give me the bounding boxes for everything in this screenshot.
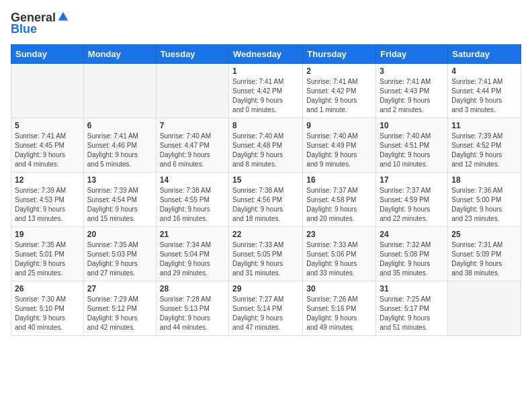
day-number: 13 xyxy=(87,175,152,185)
calendar-cell: 12Sunrise: 7:39 AM Sunset: 4:53 PM Dayli… xyxy=(11,173,84,227)
day-number: 24 xyxy=(380,230,444,239)
day-number: 14 xyxy=(160,175,225,185)
day-info: Sunrise: 7:41 AM Sunset: 4:44 PM Dayligh… xyxy=(451,77,517,115)
day-info: Sunrise: 7:33 AM Sunset: 5:05 PM Dayligh… xyxy=(232,240,299,278)
calendar-table: SundayMondayTuesdayWednesdayThursdayFrid… xyxy=(11,44,521,336)
weekday-header-wednesday: Wednesday xyxy=(229,45,303,64)
day-info: Sunrise: 7:40 AM Sunset: 4:51 PM Dayligh… xyxy=(380,132,444,169)
calendar-cell: 3Sunrise: 7:41 AM Sunset: 4:43 PM Daylig… xyxy=(376,64,448,118)
day-info: Sunrise: 7:34 AM Sunset: 5:04 PM Dayligh… xyxy=(160,240,225,278)
day-info: Sunrise: 7:39 AM Sunset: 4:53 PM Dayligh… xyxy=(15,186,80,224)
day-number: 17 xyxy=(380,175,444,185)
day-info: Sunrise: 7:38 AM Sunset: 4:56 PM Dayligh… xyxy=(232,186,299,224)
svg-marker-0 xyxy=(58,11,68,20)
logo: General Blue xyxy=(11,11,69,36)
day-info: Sunrise: 7:41 AM Sunset: 4:45 PM Dayligh… xyxy=(15,132,80,169)
day-info: Sunrise: 7:41 AM Sunset: 4:42 PM Dayligh… xyxy=(232,77,299,115)
weekday-header-row: SundayMondayTuesdayWednesdayThursdayFrid… xyxy=(11,45,521,64)
calendar-cell: 7Sunrise: 7:40 AM Sunset: 4:47 PM Daylig… xyxy=(156,118,228,173)
calendar-cell: 14Sunrise: 7:38 AM Sunset: 4:55 PM Dayli… xyxy=(156,173,228,227)
day-number: 31 xyxy=(380,284,444,293)
logo-blue: Blue xyxy=(11,22,37,36)
calendar-cell: 11Sunrise: 7:39 AM Sunset: 4:52 PM Dayli… xyxy=(448,118,521,173)
day-number: 22 xyxy=(232,230,299,239)
calendar-cell: 18Sunrise: 7:36 AM Sunset: 5:00 PM Dayli… xyxy=(448,173,521,227)
day-number: 9 xyxy=(306,121,372,130)
weekday-header-sunday: Sunday xyxy=(11,45,84,64)
day-info: Sunrise: 7:40 AM Sunset: 4:49 PM Dayligh… xyxy=(306,132,372,169)
day-info: Sunrise: 7:27 AM Sunset: 5:14 PM Dayligh… xyxy=(232,295,299,332)
day-number: 16 xyxy=(306,175,372,185)
calendar-cell: 10Sunrise: 7:40 AM Sunset: 4:51 PM Dayli… xyxy=(376,118,448,173)
day-info: Sunrise: 7:25 AM Sunset: 5:17 PM Dayligh… xyxy=(380,295,444,332)
calendar-cell: 20Sunrise: 7:35 AM Sunset: 5:03 PM Dayli… xyxy=(83,227,156,281)
day-info: Sunrise: 7:33 AM Sunset: 5:06 PM Dayligh… xyxy=(306,240,372,278)
calendar-cell: 21Sunrise: 7:34 AM Sunset: 5:04 PM Dayli… xyxy=(156,227,228,281)
weekday-header-tuesday: Tuesday xyxy=(156,45,228,64)
calendar-week-5: 26Sunrise: 7:30 AM Sunset: 5:10 PM Dayli… xyxy=(11,281,521,336)
day-info: Sunrise: 7:31 AM Sunset: 5:09 PM Dayligh… xyxy=(451,240,517,278)
day-number: 20 xyxy=(87,230,152,239)
day-number: 23 xyxy=(306,230,372,239)
day-number: 18 xyxy=(451,175,517,185)
calendar-week-3: 12Sunrise: 7:39 AM Sunset: 4:53 PM Dayli… xyxy=(11,173,521,227)
calendar-cell: 15Sunrise: 7:38 AM Sunset: 4:56 PM Dayli… xyxy=(229,173,303,227)
calendar-cell: 1Sunrise: 7:41 AM Sunset: 4:42 PM Daylig… xyxy=(229,64,303,118)
weekday-header-monday: Monday xyxy=(83,45,156,64)
day-number: 27 xyxy=(87,284,152,293)
day-number: 29 xyxy=(232,284,299,293)
calendar-cell: 19Sunrise: 7:35 AM Sunset: 5:01 PM Dayli… xyxy=(11,227,84,281)
calendar-cell: 23Sunrise: 7:33 AM Sunset: 5:06 PM Dayli… xyxy=(303,227,376,281)
day-number: 25 xyxy=(451,230,517,239)
calendar-cell: 27Sunrise: 7:29 AM Sunset: 5:12 PM Dayli… xyxy=(83,281,156,336)
day-info: Sunrise: 7:30 AM Sunset: 5:10 PM Dayligh… xyxy=(15,295,80,332)
day-info: Sunrise: 7:41 AM Sunset: 4:43 PM Dayligh… xyxy=(380,77,444,115)
day-info: Sunrise: 7:39 AM Sunset: 4:54 PM Dayligh… xyxy=(87,186,152,224)
day-number: 4 xyxy=(451,66,517,76)
calendar-cell: 17Sunrise: 7:37 AM Sunset: 4:59 PM Dayli… xyxy=(376,173,448,227)
weekday-header-saturday: Saturday xyxy=(448,45,521,64)
day-info: Sunrise: 7:32 AM Sunset: 5:08 PM Dayligh… xyxy=(380,240,444,278)
day-info: Sunrise: 7:36 AM Sunset: 5:00 PM Dayligh… xyxy=(451,186,517,224)
day-number: 12 xyxy=(15,175,80,185)
day-number: 5 xyxy=(15,121,80,130)
calendar-cell: 25Sunrise: 7:31 AM Sunset: 5:09 PM Dayli… xyxy=(448,227,521,281)
calendar-cell: 28Sunrise: 7:28 AM Sunset: 5:13 PM Dayli… xyxy=(156,281,228,336)
day-info: Sunrise: 7:37 AM Sunset: 4:59 PM Dayligh… xyxy=(380,186,444,224)
day-info: Sunrise: 7:35 AM Sunset: 5:01 PM Dayligh… xyxy=(15,240,80,278)
calendar-cell: 16Sunrise: 7:37 AM Sunset: 4:58 PM Dayli… xyxy=(303,173,376,227)
calendar-cell: 24Sunrise: 7:32 AM Sunset: 5:08 PM Dayli… xyxy=(376,227,448,281)
calendar-cell xyxy=(156,64,228,118)
weekday-header-thursday: Thursday xyxy=(303,45,376,64)
calendar-cell: 13Sunrise: 7:39 AM Sunset: 4:54 PM Dayli… xyxy=(83,173,156,227)
logo-triangle-icon xyxy=(57,11,69,23)
day-number: 21 xyxy=(160,230,225,239)
day-number: 6 xyxy=(87,121,152,130)
day-number: 15 xyxy=(232,175,299,185)
day-info: Sunrise: 7:26 AM Sunset: 5:16 PM Dayligh… xyxy=(306,295,372,332)
day-info: Sunrise: 7:39 AM Sunset: 4:52 PM Dayligh… xyxy=(451,132,517,169)
calendar-cell: 6Sunrise: 7:41 AM Sunset: 4:46 PM Daylig… xyxy=(83,118,156,173)
day-info: Sunrise: 7:38 AM Sunset: 4:55 PM Dayligh… xyxy=(160,186,225,224)
day-number: 10 xyxy=(380,121,444,130)
calendar-cell: 4Sunrise: 7:41 AM Sunset: 4:44 PM Daylig… xyxy=(448,64,521,118)
day-number: 30 xyxy=(306,284,372,293)
calendar-cell: 26Sunrise: 7:30 AM Sunset: 5:10 PM Dayli… xyxy=(11,281,84,336)
calendar-cell: 22Sunrise: 7:33 AM Sunset: 5:05 PM Dayli… xyxy=(229,227,303,281)
day-info: Sunrise: 7:37 AM Sunset: 4:58 PM Dayligh… xyxy=(306,186,372,224)
day-info: Sunrise: 7:41 AM Sunset: 4:42 PM Dayligh… xyxy=(306,77,372,115)
day-info: Sunrise: 7:35 AM Sunset: 5:03 PM Dayligh… xyxy=(87,240,152,278)
day-info: Sunrise: 7:40 AM Sunset: 4:47 PM Dayligh… xyxy=(160,132,225,169)
calendar-cell: 30Sunrise: 7:26 AM Sunset: 5:16 PM Dayli… xyxy=(303,281,376,336)
day-number: 26 xyxy=(15,284,80,293)
day-number: 3 xyxy=(380,66,444,76)
calendar-cell xyxy=(448,281,521,336)
weekday-header-friday: Friday xyxy=(376,45,448,64)
calendar-cell: 8Sunrise: 7:40 AM Sunset: 4:48 PM Daylig… xyxy=(229,118,303,173)
calendar-cell: 5Sunrise: 7:41 AM Sunset: 4:45 PM Daylig… xyxy=(11,118,84,173)
day-info: Sunrise: 7:40 AM Sunset: 4:48 PM Dayligh… xyxy=(232,132,299,169)
calendar-week-1: 1Sunrise: 7:41 AM Sunset: 4:42 PM Daylig… xyxy=(11,64,521,118)
calendar-cell: 9Sunrise: 7:40 AM Sunset: 4:49 PM Daylig… xyxy=(303,118,376,173)
day-number: 28 xyxy=(160,284,225,293)
day-number: 19 xyxy=(15,230,80,239)
